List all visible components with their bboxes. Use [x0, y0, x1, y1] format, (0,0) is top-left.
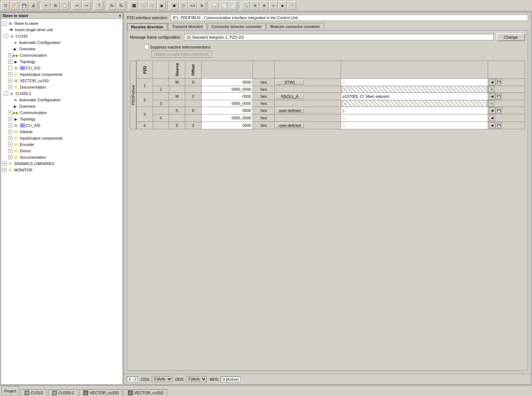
expander-doc-1[interactable]: + — [8, 85, 12, 89]
name-btn-1[interactable]: STW1 — [276, 80, 304, 85]
toolbar-b6[interactable]: ⟷ — [188, 1, 197, 10]
tree-insert-drive[interactable]: ➜ Insert single drive unit — [4, 27, 121, 33]
toolbar-b15[interactable]: ▶ — [278, 1, 287, 10]
toolbar-print[interactable]: 🖨 — [29, 1, 38, 10]
tree-encoder[interactable]: + 📁 Encoder — [8, 141, 121, 148]
bottom-tab-vector-cu320[interactable]: 🔒 VECTOR_cu320 — [79, 389, 123, 396]
toolbar-new[interactable]: 🗋 — [1, 1, 10, 10]
arrow-btn-2-3[interactable]: ◀ — [488, 100, 494, 107]
expander-sinamics[interactable]: + — [2, 162, 7, 166]
arrow-btn-3-4[interactable]: ◀ — [489, 115, 495, 121]
tree-slave-to-slave[interactable]: - ⊕ Slave to slave — [2, 20, 121, 27]
dds-dropdown[interactable]: 0 [Activ — [186, 376, 207, 382]
toolbar-b12[interactable]: ⚙ — [251, 1, 259, 10]
tree-io-2[interactable]: + 📁 Input/output components — [8, 135, 121, 141]
tree-cu-320[interactable]: + ⊞ cu CU_320 — [8, 122, 121, 129]
toolbar-open[interactable]: 📂 — [11, 1, 19, 10]
arrow-btn-1-2[interactable]: ◀ — [488, 86, 494, 92]
toolbar-io[interactable]: ⬛ — [130, 1, 138, 10]
disk-btn-4[interactable]: 💾 — [496, 122, 502, 129]
panel-close[interactable]: × — [119, 13, 121, 18]
suppress-checkbox[interactable] — [144, 45, 149, 49]
toolbar-b1[interactable]: ⬚ — [139, 1, 147, 10]
expander-encoder[interactable]: + — [8, 142, 12, 147]
delete-button[interactable]: Delete unused interconnections — [151, 51, 212, 58]
tree-overview-2[interactable]: ▶ Overview — [8, 103, 121, 109]
tree-doc-2[interactable]: + 📁 Documentation — [8, 154, 121, 160]
toolbar-b14[interactable]: ≡ — [269, 1, 278, 10]
tree-monitor[interactable]: + 📁 MONITOR — [2, 167, 121, 173]
tree-drives[interactable]: + 📁 Drives — [8, 148, 121, 154]
tab-bin-conn[interactable]: Binector connector converter — [266, 23, 324, 30]
arrow-btn-4[interactable]: ◀ — [489, 122, 495, 129]
tree-vector-cu310[interactable]: + ⊞ VECTOR_cu310 — [8, 78, 121, 84]
expander-cu310[interactable]: - — [4, 34, 8, 38]
bottom-tab-cu320-2[interactable]: ⊞ CU320-2 — [48, 389, 78, 396]
tree-topology-1[interactable]: + ▶ Topology — [8, 58, 121, 65]
tree-io-1[interactable]: + 📁 Input/output components — [8, 71, 121, 78]
tree-topology-2[interactable]: + ▶ Topology — [8, 116, 121, 122]
cds-dropdown[interactable]: 0 [Activ — [152, 376, 172, 382]
toolbar-copy[interactable]: ⧉ — [51, 1, 60, 10]
tree-overview-1[interactable]: ▶ Overview — [8, 46, 121, 52]
toolbar-undo[interactable]: ↩ — [73, 1, 81, 10]
change-button[interactable]: Change — [497, 33, 525, 41]
toolbar-save[interactable]: 💾 — [20, 1, 28, 10]
tree-auto-config-2[interactable]: ➜ Automatic Configuration — [8, 97, 121, 103]
toolbar-redo[interactable]: ↪ — [82, 1, 91, 10]
tree-infeeds[interactable]: + 📁 Infeeds — [8, 129, 121, 135]
expander-cu320-2[interactable]: + — [8, 123, 12, 128]
expander-slave-to-slave[interactable]: - — [2, 21, 7, 26]
toolbar-x1[interactable]: X₁ — [108, 1, 116, 10]
tree-doc-1[interactable]: + 📁 Documentation — [8, 84, 121, 90]
arrow-btn-1[interactable]: ◀ — [489, 79, 495, 85]
arrow-btn-2[interactable]: ◀ — [489, 93, 495, 100]
toolbar-b9[interactable]: 📈 — [220, 1, 228, 10]
expander-infeeds[interactable]: + — [8, 130, 12, 134]
toolbar-b8[interactable]: 📊 — [210, 1, 219, 10]
tree-sinamics-libs[interactable]: + 📁 SINAMICS LIBRARIES — [2, 160, 121, 167]
bottom-tab-cu310[interactable]: ⊞ CU310 — [21, 389, 47, 396]
disk-btn-2[interactable]: 💾 — [496, 93, 502, 100]
expander-comm-2[interactable]: + — [8, 111, 12, 115]
toolbar-b13[interactable]: ⚙ — [260, 1, 268, 10]
toolbar-b4[interactable]: ⬢ — [170, 1, 179, 10]
tree-auto-config-1[interactable]: ➜ Automatic Configuration — [8, 39, 121, 46]
tab-receive[interactable]: Receive direction — [127, 23, 168, 30]
name-btn-2[interactable]: NSOLL_A — [276, 94, 304, 99]
disk-btn-1[interactable]: 💾 — [496, 79, 502, 85]
toolbar-b2[interactable]: □ — [148, 1, 157, 10]
tab-transmit[interactable]: Transmit direction — [168, 23, 207, 30]
toolbar-b7[interactable]: ⊞ — [198, 1, 206, 10]
toolbar-b16[interactable]: 〰 — [288, 1, 296, 10]
expander-topology-2[interactable]: + — [8, 117, 12, 121]
bottom-tab-vector-cu310[interactable]: 🔒 VECTOR_cu310 — [124, 389, 167, 396]
tab-conn-bin[interactable]: Connector binector converter — [208, 23, 266, 30]
expander-cu320[interactable]: - — [4, 91, 8, 96]
expander-monitor[interactable]: + — [2, 168, 7, 172]
tree-communication-2[interactable]: + ▶▶ Communication — [8, 109, 121, 116]
name-btn-3[interactable]: user-defined — [276, 108, 304, 113]
toolbar-b11[interactable]: 🔍 — [242, 1, 250, 10]
toolbar-b10[interactable]: 📉 — [229, 1, 237, 10]
toolbar-x2[interactable]: X₂ — [117, 1, 125, 10]
expander-comm-1[interactable]: + — [8, 53, 12, 57]
tree-cu-310[interactable]: - ⊞ cu CU_310 — [8, 65, 121, 71]
disk-btn-3[interactable]: 💾 — [496, 107, 502, 114]
tree-communication-1[interactable]: + ▶▶ Communication — [8, 52, 121, 58]
expander-topology-1[interactable]: + — [8, 60, 12, 64]
expander-io-2[interactable]: + — [8, 136, 12, 140]
toolbar-b5[interactable]: ⬡ — [179, 1, 188, 10]
tree-cu310-group[interactable]: - ⊞ CU310 — [4, 33, 121, 39]
toolbar-help[interactable]: ? — [95, 1, 103, 10]
arrow-btn-3[interactable]: ◀ — [489, 107, 495, 114]
expander-io-1[interactable]: + — [8, 72, 12, 77]
expander-doc-2[interactable]: + — [8, 155, 12, 159]
expander-drives[interactable]: + — [8, 149, 12, 153]
toolbar-b3[interactable]: ▣ — [157, 1, 166, 10]
tree-cu320-group[interactable]: - ⊞ CU320-2 — [4, 90, 121, 97]
toolbar-paste[interactable]: 📋 — [60, 1, 69, 10]
expander-cu310-2[interactable]: - — [8, 66, 12, 70]
expander-vector-310[interactable]: + — [8, 79, 12, 83]
name-btn-4[interactable]: user-defined — [276, 123, 304, 128]
